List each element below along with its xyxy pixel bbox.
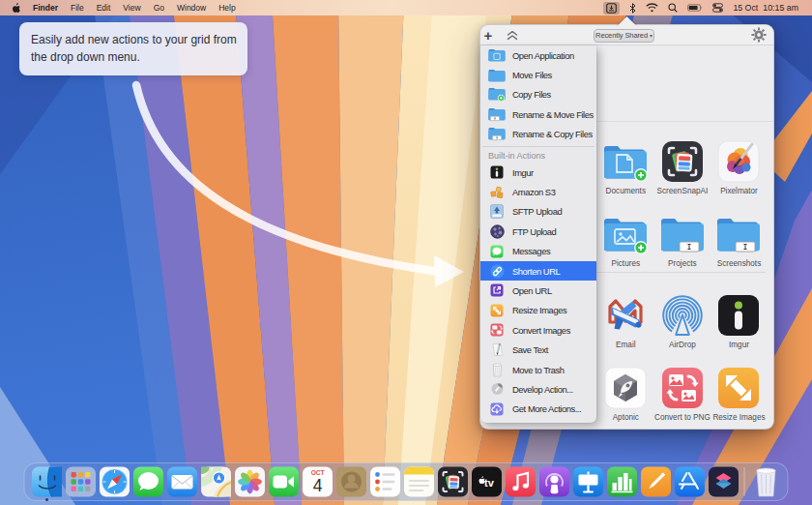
menu-item-help[interactable]: Help <box>218 0 235 15</box>
grid-label: Pictures <box>612 259 641 268</box>
apple-menu[interactable] <box>12 3 20 14</box>
desktop: Finder File Edit View Go Window Help <box>0 0 812 505</box>
menu-item-label: Move to Trash <box>512 365 565 375</box>
search-icon[interactable] <box>668 3 678 13</box>
menu-item-shorten-url[interactable]: Shorten URL <box>480 261 596 281</box>
add-action-button[interactable]: + <box>481 27 495 44</box>
grid-row: Documents <box>597 138 768 195</box>
menu-item-label: Open URL <box>512 285 552 296</box>
menu-item-resize-images[interactable]: Resize Images <box>480 301 596 320</box>
menu-item-open-url[interactable]: Open URL <box>480 281 596 300</box>
grid-cell-airdrop[interactable]: AirDrop <box>654 292 711 349</box>
grid-cell-pictures[interactable]: Pictures <box>597 211 654 268</box>
dock: OCT 4 <box>24 462 789 501</box>
popover-arrow <box>616 15 637 26</box>
open-url-icon <box>488 282 506 298</box>
settings-button[interactable] <box>751 27 767 46</box>
dock-shortcuts-icon[interactable] <box>707 462 740 501</box>
dock-calendar-icon[interactable]: OCT 4 <box>301 462 334 501</box>
grid-cell-convert-to-png[interactable]: Convert to PNG <box>654 365 711 422</box>
menu-item-develop-action[interactable]: Develop Action... <box>480 379 596 399</box>
dock-safari-icon[interactable] <box>98 462 131 501</box>
control-center-icon[interactable] <box>712 3 723 13</box>
chevrons-up-icon <box>507 30 518 41</box>
menu-item-ftp-upload[interactable]: FTP Upload <box>480 222 596 241</box>
grid-cell-aptonic[interactable]: Aptonic <box>597 365 654 422</box>
dock-contacts-icon[interactable] <box>334 462 368 501</box>
dock-mail-icon[interactable] <box>165 462 199 501</box>
convert-png-icon <box>661 365 704 409</box>
menu-item-messages[interactable]: Messages <box>480 242 596 261</box>
menu-item-label: Get More Actions... <box>512 403 581 414</box>
menu-item-sftp-upload[interactable]: SFTP Upload <box>480 202 596 222</box>
menu-item-label: Open Application <box>512 50 574 61</box>
menu-item-move-files[interactable]: Move Files <box>480 65 596 84</box>
menu-item-save-text[interactable]: Save Text <box>480 340 596 359</box>
dock-finder-icon[interactable] <box>30 462 64 501</box>
menubar-clock[interactable]: 15 Oct 10:15 am <box>733 3 798 13</box>
grid-label: Pixelmator <box>720 187 758 195</box>
grid-cell-imgur[interactable]: Imgur <box>710 292 768 349</box>
menubar-time: 10:15 am <box>763 3 798 13</box>
menu-item-edit[interactable]: Edit <box>97 0 111 15</box>
dock-music-icon[interactable] <box>504 462 537 501</box>
menu-item-copy-files[interactable]: Copy Files <box>480 85 596 104</box>
dock-screensnapai-icon[interactable] <box>436 462 470 501</box>
menu-item-convert-images[interactable]: Convert Images <box>480 320 596 340</box>
dock-maps-icon[interactable] <box>199 462 233 501</box>
menu-item-view[interactable]: View <box>123 0 140 15</box>
folder-copy-icon <box>488 87 506 103</box>
menu-app-name[interactable]: Finder <box>33 0 58 15</box>
menu-item-rename-move-files[interactable]: Rename & Move Files <box>480 104 596 124</box>
dock-notes-icon[interactable] <box>402 462 436 501</box>
menu-item-label: Develop Action... <box>512 384 573 395</box>
grid-cell-pixelmator[interactable]: Pixelmator <box>710 138 768 195</box>
dock-podcasts-icon[interactable] <box>537 462 571 501</box>
ftp-icon <box>488 223 506 239</box>
menu-item-file[interactable]: File <box>71 0 84 15</box>
recently-shared-dropdown[interactable]: Recently Shared ▾ <box>594 29 654 44</box>
grid-label: Documents <box>606 187 646 195</box>
dock-messages-icon[interactable] <box>131 462 165 501</box>
wifi-icon[interactable] <box>646 3 658 13</box>
grid-cell-email[interactable]: Email <box>597 292 654 349</box>
menu-item-get-more-actions[interactable]: Get More Actions... <box>480 400 596 419</box>
trash-icon <box>488 362 506 377</box>
grid-label: Imgur <box>729 341 749 349</box>
menu-item-rename-copy-files[interactable]: Rename & Copy Files <box>480 125 596 144</box>
dock-facetime-icon[interactable] <box>267 462 301 501</box>
menubar-date: 15 Oct <box>733 3 758 13</box>
grid-label: Screenshots <box>717 259 762 268</box>
grid-cell-documents[interactable]: Documents <box>597 138 654 195</box>
grid-cell-screensnapai[interactable]: ScreenSnapAI <box>654 138 711 195</box>
grid-row: Aptonic <box>597 365 768 422</box>
develop-icon <box>488 381 506 397</box>
dock-photos-icon[interactable] <box>233 462 267 501</box>
grid-cell-screenshots[interactable]: Screenshots <box>710 211 768 268</box>
menu-item-imgur[interactable]: Imgur <box>480 163 596 182</box>
grid-cell-resize-images[interactable]: Resize Images <box>710 365 768 422</box>
menu-item-move-to-trash[interactable]: Move to Trash <box>480 360 596 379</box>
tv-logo-label: tv <box>484 477 495 489</box>
menu-item-open-application[interactable]: Open Application <box>480 45 596 65</box>
menu-item-go[interactable]: Go <box>154 0 164 15</box>
messages-icon <box>488 244 506 259</box>
dock-trash-icon[interactable] <box>749 462 783 501</box>
dropzone-menubar-icon[interactable] <box>603 2 620 15</box>
folder-rename-icon <box>715 211 762 255</box>
dock-pages-icon[interactable] <box>639 462 673 501</box>
dock-tv-icon[interactable]: tv <box>470 462 504 501</box>
battery-icon[interactable] <box>687 4 703 12</box>
dock-appstore-icon[interactable] <box>673 462 707 501</box>
grid-cell-projects[interactable]: Projects <box>654 211 711 268</box>
bluetooth-icon[interactable] <box>629 3 636 14</box>
dock-numbers-icon[interactable] <box>605 462 639 501</box>
dock-reminders-icon[interactable] <box>368 462 402 501</box>
dock-launchpad-icon[interactable] <box>64 462 98 501</box>
menu-item-window[interactable]: Window <box>177 0 206 15</box>
callout-text: Easily add new actions to your grid from… <box>31 33 237 64</box>
menu-item-amazon-s3[interactable]: Amazon S3 <box>480 182 596 201</box>
menu-item-label: Save Text <box>512 344 548 355</box>
dock-keynote-icon[interactable] <box>571 462 605 501</box>
collapse-button[interactable] <box>505 30 520 41</box>
